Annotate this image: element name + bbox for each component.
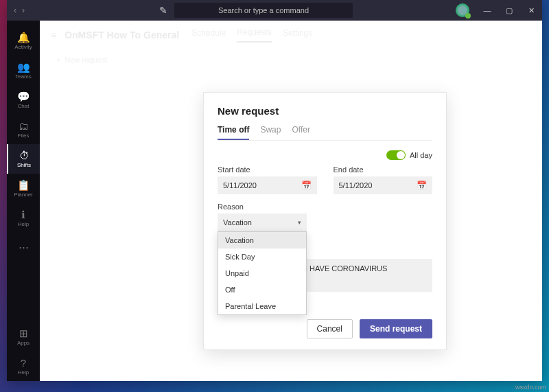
avatar[interactable] xyxy=(456,3,469,17)
new-request-modal: New request Time off Swap Offer All day … xyxy=(203,92,447,350)
modal-tab-offer[interactable]: Offer xyxy=(292,125,309,140)
modal-footer: Cancel Send request xyxy=(218,319,432,338)
start-date-label: Start date xyxy=(218,165,317,174)
reason-option-sickday[interactable]: Sick Day xyxy=(218,249,306,265)
minimize-button[interactable]: — xyxy=(476,0,498,21)
apps-icon: ⊞ xyxy=(19,328,28,338)
start-date-field: Start date 5/11/2020 📅 xyxy=(218,165,317,194)
allday-toggle[interactable] xyxy=(386,150,406,160)
reason-option-parental[interactable]: Parental Leave xyxy=(218,298,306,314)
sidebar-item-files[interactable]: 🗂 Files xyxy=(7,115,40,144)
chevron-down-icon: ▾ xyxy=(298,219,301,226)
reason-option-unpaid[interactable]: Unpaid xyxy=(218,265,306,281)
start-date-value: 5/11/2020 xyxy=(223,181,257,189)
main-content: ≡ OnMSFT How To General Schedule Request… xyxy=(40,21,542,381)
sidebar-item-help1[interactable]: ℹ Help xyxy=(7,203,40,233)
sidebar-item-activity[interactable]: 🔔 Activity xyxy=(7,26,40,56)
sidebar-item-label: Shifts xyxy=(17,162,31,168)
reason-select[interactable]: Vacation ▾ Vacation Sick Day Unpaid Off … xyxy=(218,214,307,231)
modal-tab-timeoff[interactable]: Time off xyxy=(218,125,249,140)
send-request-button[interactable]: Send request xyxy=(360,319,432,338)
search-input[interactable]: Search or type a command xyxy=(174,3,353,18)
allday-label: All day xyxy=(410,151,432,159)
end-date-input[interactable]: 5/11/2020 📅 xyxy=(334,176,433,194)
sidebar-item-planner[interactable]: 📋 Planner xyxy=(7,174,40,203)
end-date-label: End date xyxy=(334,165,433,174)
sidebar-item-shifts[interactable]: ⏱ Shifts xyxy=(7,144,40,174)
date-row: Start date 5/11/2020 📅 End date 5/11/202… xyxy=(218,165,432,194)
window-controls: — ▢ ✕ xyxy=(476,0,542,21)
titlebar: ‹ › ✎ Search or type a command — ▢ ✕ xyxy=(7,0,542,21)
reason-value: Vacation xyxy=(223,218,252,227)
reason-dropdown: Vacation Sick Day Unpaid Off Parental Le… xyxy=(218,231,307,315)
sidebar-item-teams[interactable]: 👥 Teams xyxy=(7,56,40,85)
history-nav: ‹ › xyxy=(7,5,32,15)
note-text: I HAVE CORONAVIRUS xyxy=(305,264,427,273)
start-date-input[interactable]: 5/11/2020 📅 xyxy=(218,176,317,194)
sidebar-item-label: Help xyxy=(18,221,29,227)
reason-label: Reason xyxy=(218,203,432,211)
sidebar-item-label: Activity xyxy=(14,44,32,50)
app-body: 🔔 Activity 👥 Teams 💬 Chat 🗂 Files ⏱ Shif… xyxy=(7,21,542,381)
close-button[interactable]: ✕ xyxy=(520,0,542,21)
sidebar-item-apps[interactable]: ⊞ Apps xyxy=(7,322,40,351)
planner-icon: 📋 xyxy=(17,180,30,190)
files-icon: 🗂 xyxy=(19,121,29,131)
help-icon: ? xyxy=(21,358,26,368)
modal-tabs: Time off Swap Offer xyxy=(218,125,432,141)
sidebar-item-label: Teams xyxy=(15,73,32,80)
reason-option-off[interactable]: Off xyxy=(218,281,306,298)
sidebar-item-label: Chat xyxy=(18,103,30,109)
compose-icon[interactable]: ✎ xyxy=(152,5,174,16)
reason-field: Reason Vacation ▾ Vacation Sick Day Unpa… xyxy=(218,203,432,231)
modal-tab-swap[interactable]: Swap xyxy=(260,125,281,140)
modal-title: New request xyxy=(218,105,432,117)
bell-icon: 🔔 xyxy=(17,32,30,43)
sidebar-item-help2[interactable]: ? Help xyxy=(7,351,40,381)
cancel-button[interactable]: Cancel xyxy=(307,319,353,338)
maximize-button[interactable]: ▢ xyxy=(498,0,520,21)
sidebar: 🔔 Activity 👥 Teams 💬 Chat 🗂 Files ⏱ Shif… xyxy=(7,21,40,381)
info-icon: ℹ xyxy=(21,209,25,220)
sidebar-item-label: Apps xyxy=(17,340,30,346)
back-icon[interactable]: ‹ xyxy=(14,5,16,15)
sidebar-item-chat[interactable]: 💬 Chat xyxy=(7,85,40,115)
sidebar-item-label: Help xyxy=(18,369,29,376)
calendar-icon: 📅 xyxy=(301,181,312,190)
sidebar-item-label: Files xyxy=(18,132,30,139)
end-date-field: End date 5/11/2020 📅 xyxy=(334,165,433,194)
sidebar-item-label: Planner xyxy=(14,192,33,198)
forward-icon[interactable]: › xyxy=(22,5,25,15)
sidebar-item-more[interactable]: ⋯ xyxy=(7,233,40,262)
calendar-icon: 📅 xyxy=(417,181,427,190)
more-icon: ⋯ xyxy=(19,242,29,252)
reason-option-vacation[interactable]: Vacation xyxy=(218,232,306,249)
watermark: wsxdn.com xyxy=(515,384,546,391)
end-date-value: 5/11/2020 xyxy=(339,181,373,189)
shifts-icon: ⏱ xyxy=(19,150,30,161)
app-window: ‹ › ✎ Search or type a command — ▢ ✕ 🔔 A… xyxy=(7,0,542,381)
people-icon: 👥 xyxy=(17,62,30,72)
allday-row: All day xyxy=(218,150,432,160)
chat-icon: 💬 xyxy=(17,91,30,102)
